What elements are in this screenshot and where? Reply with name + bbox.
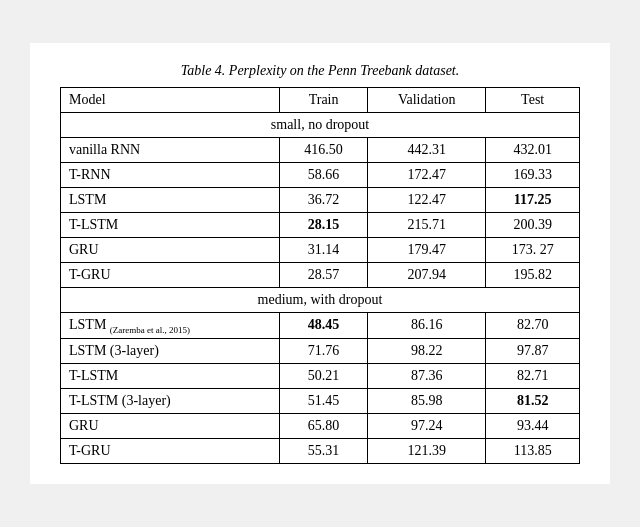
cell-test: 432.01 — [486, 137, 580, 162]
cell-model: T-GRU — [61, 262, 280, 287]
cell-train: 48.45 — [280, 312, 368, 339]
cell-train: 28.57 — [280, 262, 368, 287]
table-header-row: Model Train Validation Test — [61, 87, 580, 112]
cell-train: 71.76 — [280, 339, 368, 364]
cell-validation: 121.39 — [368, 439, 486, 464]
header-validation: Validation — [368, 87, 486, 112]
header-model: Model — [61, 87, 280, 112]
cell-model: vanilla RNN — [61, 137, 280, 162]
cell-train: 50.21 — [280, 364, 368, 389]
page-container: Table 4. Perplexity on the Penn Treebank… — [30, 43, 610, 485]
cell-validation: 442.31 — [368, 137, 486, 162]
cell-validation: 86.16 — [368, 312, 486, 339]
table-row: GRU31.14179.47173. 27 — [61, 237, 580, 262]
cell-train: 65.80 — [280, 414, 368, 439]
cell-model: T-LSTM — [61, 212, 280, 237]
cell-model: T-RNN — [61, 162, 280, 187]
cell-train: 58.66 — [280, 162, 368, 187]
cell-validation: 98.22 — [368, 339, 486, 364]
cell-model: T-LSTM (3-layer) — [61, 389, 280, 414]
table-row: vanilla RNN416.50442.31432.01 — [61, 137, 580, 162]
cell-validation: 122.47 — [368, 187, 486, 212]
cell-validation: 172.47 — [368, 162, 486, 187]
table-row: T-LSTM28.15215.71200.39 — [61, 212, 580, 237]
cell-model: GRU — [61, 237, 280, 262]
table-caption: Table 4. Perplexity on the Penn Treebank… — [60, 63, 580, 79]
cell-train: 31.14 — [280, 237, 368, 262]
header-train: Train — [280, 87, 368, 112]
table-row: LSTM (3-layer)71.7698.2297.87 — [61, 339, 580, 364]
cell-validation: 97.24 — [368, 414, 486, 439]
cell-test: 173. 27 — [486, 237, 580, 262]
cell-validation: 85.98 — [368, 389, 486, 414]
cell-validation: 87.36 — [368, 364, 486, 389]
table-row: T-GRU28.57207.94195.82 — [61, 262, 580, 287]
table-row: LSTM36.72122.47117.25 — [61, 187, 580, 212]
cell-test: 169.33 — [486, 162, 580, 187]
cell-test: 93.44 — [486, 414, 580, 439]
cell-test: 97.87 — [486, 339, 580, 364]
cell-test: 82.71 — [486, 364, 580, 389]
cell-model: GRU — [61, 414, 280, 439]
cell-train: 416.50 — [280, 137, 368, 162]
table-row: T-LSTM50.2187.3682.71 — [61, 364, 580, 389]
cell-train: 28.15 — [280, 212, 368, 237]
cell-model: T-LSTM — [61, 364, 280, 389]
table-row: T-LSTM (3-layer)51.4585.9881.52 — [61, 389, 580, 414]
cell-test: 81.52 — [486, 389, 580, 414]
cell-model: LSTM (3-layer) — [61, 339, 280, 364]
cell-test: 195.82 — [486, 262, 580, 287]
section-header-1: medium, with dropout — [61, 287, 580, 312]
table-row: LSTM (Zaremba et al., 2015)48.4586.1682.… — [61, 312, 580, 339]
cell-test: 113.85 — [486, 439, 580, 464]
cell-validation: 215.71 — [368, 212, 486, 237]
cell-train: 51.45 — [280, 389, 368, 414]
cell-test: 200.39 — [486, 212, 580, 237]
results-table: Model Train Validation Test small, no dr… — [60, 87, 580, 465]
cell-test: 82.70 — [486, 312, 580, 339]
section-header-0: small, no dropout — [61, 112, 580, 137]
cell-model: LSTM — [61, 187, 280, 212]
cell-model: LSTM (Zaremba et al., 2015) — [61, 312, 280, 339]
table-row: GRU65.8097.2493.44 — [61, 414, 580, 439]
header-test: Test — [486, 87, 580, 112]
cell-test: 117.25 — [486, 187, 580, 212]
table-row: T-GRU55.31121.39113.85 — [61, 439, 580, 464]
cell-model: T-GRU — [61, 439, 280, 464]
cell-validation: 179.47 — [368, 237, 486, 262]
table-row: T-RNN58.66172.47169.33 — [61, 162, 580, 187]
cell-train: 55.31 — [280, 439, 368, 464]
cell-train: 36.72 — [280, 187, 368, 212]
cell-validation: 207.94 — [368, 262, 486, 287]
